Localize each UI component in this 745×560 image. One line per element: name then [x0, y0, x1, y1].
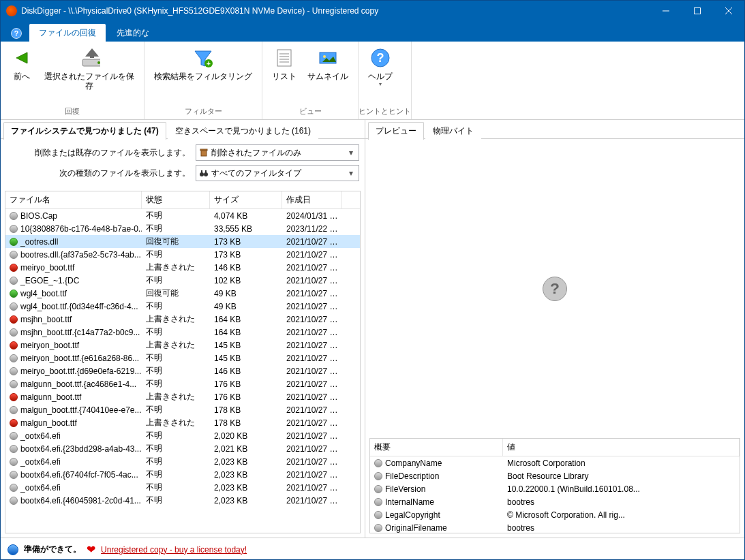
file-date: 2021/10/27 12: — [282, 263, 342, 273]
save-selected-button[interactable]: 選択されたファイルを保 存 — [39, 44, 140, 94]
svg-marker-6 — [16, 52, 27, 63]
meta-row[interactable]: CompanyNameMicrosoft Corporation — [370, 456, 740, 469]
file-status: 不明 — [142, 404, 210, 416]
file-status: 上書きされた — [142, 391, 210, 403]
tab-empty-found[interactable]: 空きスペースで見つかりました (161) — [168, 122, 318, 140]
file-date: 2021/10/27 12: — [282, 483, 342, 493]
help-button[interactable]: ? ヘルプ ▾ — [363, 44, 398, 91]
status-dot-icon — [10, 277, 18, 285]
table-row[interactable]: bootx64.efi.{67404fcf-7f05-4ac...不明2,023… — [5, 468, 360, 481]
status-text: 準備ができて。 — [24, 544, 81, 555]
table-row[interactable]: _ootx64.efi不明2,020 KB2021/10/27 12: — [5, 429, 360, 442]
table-row[interactable]: bootres.dll.{af37a5e2-5c73-4ab...不明173 K… — [5, 248, 360, 261]
ribbon-group-view: ビュー — [262, 105, 358, 119]
table-row[interactable]: meiryon_boot.ttf.{e616a268-86...不明145 KB… — [5, 352, 360, 364]
meta-dot-icon — [374, 498, 382, 506]
meta-row[interactable]: InternalNamebootres — [370, 495, 740, 508]
file-size: 33,555 KB — [210, 224, 282, 234]
file-name: bootx64.efi.{46045981-2c0d-41... — [20, 496, 141, 505]
meta-row[interactable]: FileDescriptionBoot Resource Library — [370, 469, 740, 482]
table-row[interactable]: malgun_boot.ttf.{740410ee-e7e...不明178 KB… — [5, 403, 360, 416]
file-date: 2021/10/27 12: — [282, 405, 342, 415]
filters: 削除または既存のファイルを表示します。 削除されたファイルのみ ▾ 次の種類のフ… — [1, 139, 365, 191]
file-date: 2021/10/27 12: — [282, 470, 342, 480]
meta-dot-icon — [374, 485, 382, 493]
back-arrow-icon — [11, 47, 33, 69]
file-size: 173 KB — [210, 237, 282, 247]
table-row[interactable]: msjhn_boot.ttf.{c14a77a2-b0c9...不明164 KB… — [5, 326, 360, 339]
back-button[interactable]: 前へ — [5, 44, 39, 84]
table-row[interactable]: _EGOE_~1.{DC不明102 KB2021/10/27 12: — [5, 274, 360, 287]
statusbar: 準備ができて。 ❤ Unregistered copy - buy a lice… — [1, 538, 744, 560]
tab-preview[interactable]: プレビュー — [368, 122, 424, 140]
file-date: 2021/10/27 12: — [282, 341, 342, 350]
file-status: 不明 — [142, 326, 210, 338]
status-dot-icon — [10, 212, 18, 220]
tab-advanced[interactable]: 先進的な — [107, 24, 159, 42]
file-name: _ootx64.efi — [20, 431, 61, 441]
status-dot-icon — [10, 341, 18, 349]
tab-fs-found[interactable]: ファイルシステムで見つかりました (47) — [3, 122, 166, 140]
file-status: 不明 — [142, 300, 210, 312]
meta-value: Microsoft Corporation — [503, 458, 740, 468]
table-row[interactable]: _ootres.dll回復可能173 KB2021/10/27 12: — [5, 235, 360, 248]
table-row[interactable]: malgun_boot.ttf上書きされた178 KB2021/10/27 12… — [5, 416, 360, 429]
unknown-preview-icon: ? — [541, 275, 569, 303]
col-status[interactable]: 状態 — [142, 191, 210, 208]
file-size: 4,074 KB — [210, 211, 282, 221]
svg-text:?: ? — [14, 29, 18, 37]
table-row[interactable]: 10{3808876b-c176-4e48-b7ae-0...不明33,555 … — [5, 222, 360, 235]
status-dot-icon — [10, 354, 18, 362]
tab-bytes[interactable]: 物理バイト — [425, 122, 481, 140]
maximize-button[interactable] — [682, 1, 713, 21]
file-date: 2021/10/27 12: — [282, 379, 342, 389]
left-inner-tabs: ファイルシステムで見つかりました (47) 空きスペースで見つかりました (16… — [1, 120, 365, 139]
table-row[interactable]: wgl4_boot.ttf回復可能49 KB2021/10/27 12: — [5, 287, 360, 300]
meta-row[interactable]: FileVersion10.0.22000.1 (WinBuild.160101… — [370, 482, 740, 495]
file-name: malgunn_boot.ttf — [20, 392, 81, 402]
tab-recover[interactable]: ファイルの回復 — [29, 24, 106, 42]
help-icon[interactable]: ? — [6, 25, 27, 42]
table-row[interactable]: _ootx64.efi不明2,023 KB2021/10/27 12: — [5, 455, 360, 468]
metadata-table[interactable]: 概要 値 CompanyNameMicrosoft CorporationFil… — [369, 438, 740, 533]
file-date: 2021/10/27 12: — [282, 289, 342, 298]
file-date: 2023/11/22 10: — [282, 224, 342, 234]
table-row[interactable]: wgl4_boot.ttf.{0d34e4ff-c36d-4...不明49 KB… — [5, 300, 360, 313]
table-row[interactable]: bootx64.efi.{23bdd298-a4ab-43...不明2,021 … — [5, 442, 360, 455]
file-status: 上書きされた — [142, 417, 210, 429]
license-link[interactable]: Unregistered copy - buy a license today! — [101, 545, 247, 555]
table-row[interactable]: malgunn_boot.ttf.{ac4686e1-4...不明176 KB2… — [5, 377, 360, 390]
status-indicator-icon — [7, 544, 18, 555]
thumbnail-view-button[interactable]: サムネイル — [302, 44, 354, 84]
table-row[interactable]: meiryon_boot.ttf上書きされた145 KB2021/10/27 1… — [5, 339, 360, 352]
meta-row[interactable]: OriginalFilenamebootres — [370, 521, 740, 533]
right-inner-tabs: プレビュー 物理バイト — [365, 120, 744, 139]
file-status: 不明 — [142, 469, 210, 480]
file-table[interactable]: ファイル名 状態 サイズ 作成日 BIOS.Cap不明4,074 KB2024/… — [5, 191, 361, 533]
status-dot-icon — [10, 328, 18, 337]
table-row[interactable]: msjhn_boot.ttf上書きされた164 KB2021/10/27 12: — [5, 313, 360, 326]
filter-deleted-select[interactable]: 削除されたファイルのみ ▾ — [196, 144, 359, 161]
minimize-button[interactable] — [650, 1, 682, 21]
status-dot-icon — [10, 251, 18, 259]
list-view-button[interactable]: リスト — [267, 44, 302, 84]
svg-point-10 — [97, 61, 100, 64]
file-status: 不明 — [142, 275, 210, 286]
col-size[interactable]: サイズ — [210, 191, 282, 208]
ribbon-group-recover: 回復 — [1, 105, 144, 119]
close-button[interactable] — [713, 1, 744, 21]
meta-col-key[interactable]: 概要 — [370, 439, 503, 456]
table-row[interactable]: meiryo_boot.ttf.{d69e0efa-6219...不明146 K… — [5, 364, 360, 377]
file-status: 不明 — [142, 443, 210, 454]
col-date[interactable]: 作成日 — [282, 191, 342, 208]
meta-col-value[interactable]: 値 — [503, 439, 740, 456]
table-row[interactable]: malgunn_boot.ttf上書きされた176 KB2021/10/27 1… — [5, 390, 360, 403]
table-row[interactable]: meiryo_boot.ttf上書きされた146 KB2021/10/27 12… — [5, 261, 360, 274]
table-row[interactable]: bootx64.efi.{46045981-2c0d-41...不明2,023 … — [5, 494, 360, 507]
filter-type-select[interactable]: すべてのファイルタイプ ▾ — [196, 165, 359, 181]
table-row[interactable]: BIOS.Cap不明4,074 KB2024/01/31 16: — [5, 209, 360, 222]
col-name[interactable]: ファイル名 — [5, 191, 142, 208]
filter-button[interactable]: + 検索結果をフィルタリング — [149, 44, 258, 84]
table-row[interactable]: _ootx64.efi不明2,023 KB2021/10/27 12: — [5, 481, 360, 494]
meta-row[interactable]: LegalCopyright© Microsoft Corporation. A… — [370, 508, 740, 521]
